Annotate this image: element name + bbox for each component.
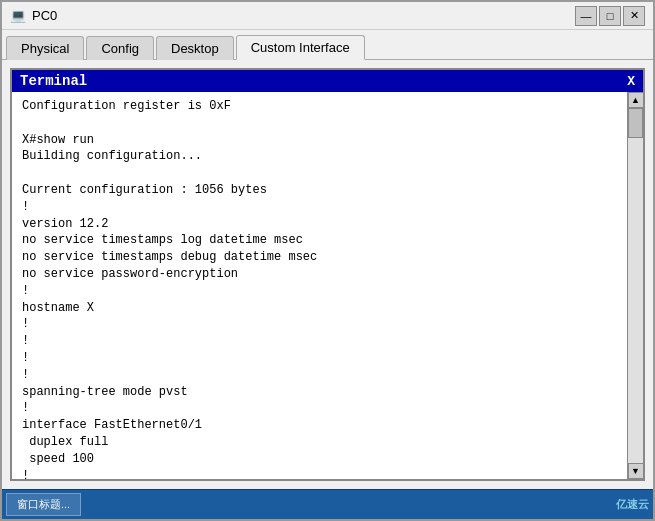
terminal-scrollbar: ▲ ▼ (627, 92, 643, 479)
tab-config[interactable]: Config (86, 36, 154, 60)
taskbar-item[interactable]: 窗口标题... (6, 493, 81, 516)
maximize-button[interactable]: □ (599, 6, 621, 26)
terminal-body: Configuration register is 0xF X#show run… (12, 92, 643, 479)
tab-custom-interface[interactable]: Custom Interface (236, 35, 365, 60)
title-bar: 💻 PC0 — □ ✕ (2, 2, 653, 30)
taskbar: 窗口标题... 亿速云 (2, 489, 653, 519)
window-title: PC0 (32, 8, 57, 23)
tab-bar: Physical Config Desktop Custom Interface (2, 30, 653, 60)
scroll-down-button[interactable]: ▼ (628, 463, 644, 479)
title-bar-left: 💻 PC0 (10, 8, 57, 24)
title-controls: — □ ✕ (575, 6, 645, 26)
terminal-content[interactable]: Configuration register is 0xF X#show run… (12, 92, 627, 479)
main-window: 💻 PC0 — □ ✕ Physical Config Desktop Cust… (0, 0, 655, 521)
minimize-button[interactable]: — (575, 6, 597, 26)
content-area: Terminal X Configuration register is 0xF… (2, 60, 653, 489)
scroll-thumb[interactable] (628, 108, 643, 138)
terminal-close-button[interactable]: X (627, 74, 635, 89)
terminal-window: Terminal X Configuration register is 0xF… (10, 68, 645, 481)
scroll-track[interactable] (628, 108, 643, 463)
terminal-header: Terminal X (12, 70, 643, 92)
taskbar-logo: 亿速云 (616, 497, 649, 512)
terminal-title: Terminal (20, 73, 87, 89)
taskbar-left: 窗口标题... (6, 493, 81, 516)
taskbar-right: 亿速云 (616, 497, 649, 512)
close-button[interactable]: ✕ (623, 6, 645, 26)
scroll-up-button[interactable]: ▲ (628, 92, 644, 108)
window-icon: 💻 (10, 8, 26, 24)
tab-desktop[interactable]: Desktop (156, 36, 234, 60)
tab-physical[interactable]: Physical (6, 36, 84, 60)
